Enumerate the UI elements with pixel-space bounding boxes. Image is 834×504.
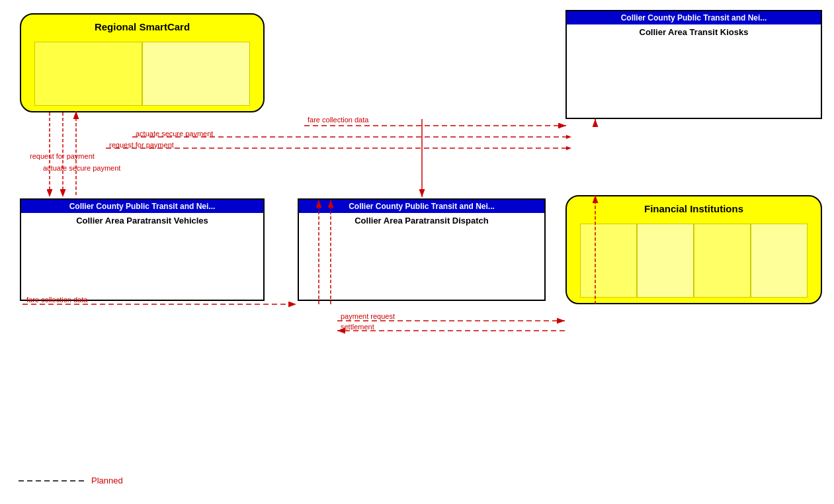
- financial-col-3: [694, 224, 751, 298]
- financial-institutions-title: Financial Institutions: [567, 196, 821, 218]
- paratransit-dispatch-subtitle: Collier Area Paratransit Dispatch: [299, 213, 544, 228]
- paratransit-dispatch-box: Collier County Public Transit and Nei...…: [298, 198, 546, 301]
- legend-label: Planned: [91, 476, 123, 485]
- svg-marker-8: [566, 146, 571, 150]
- label-actuate-secure-payment: actuate secure payment: [136, 130, 213, 138]
- label-request-for-payment2: request for payment: [30, 152, 95, 160]
- label-settlement: settlement: [341, 323, 374, 331]
- paratransit-vehicles-subtitle: Collier Area Paratransit Vehicles: [21, 213, 263, 228]
- regional-smartcard-inner: [34, 42, 250, 106]
- financial-col-2: [637, 224, 694, 298]
- label-fare-collection-top: fare collection data: [308, 116, 368, 124]
- financial-col-4: [751, 224, 808, 298]
- diagram-container: Regional SmartCard Collier County Public…: [0, 0, 834, 504]
- legend: Planned: [19, 476, 123, 485]
- paratransit-dispatch-header: Collier County Public Transit and Nei...: [299, 200, 544, 213]
- label-fare-collection-bottom: fare collection data: [26, 296, 87, 304]
- svg-marker-6: [566, 135, 571, 139]
- legend-line: [19, 477, 85, 485]
- label-actuate-secure-payment2: actuate secure payment: [43, 164, 120, 172]
- smartcard-col-2: [142, 42, 250, 106]
- transit-kiosks-header: Collier County Public Transit and Nei...: [567, 11, 821, 24]
- paratransit-vehicles-header: Collier County Public Transit and Nei...: [21, 200, 263, 213]
- smartcard-col-1: [34, 42, 142, 106]
- financial-col-1: [580, 224, 637, 298]
- legend-dashes-icon: [19, 477, 85, 485]
- transit-kiosks-subtitle: Collier Area Transit Kiosks: [567, 24, 821, 40]
- transit-kiosks-box: Collier County Public Transit and Nei...…: [565, 10, 822, 119]
- financial-inner: [580, 224, 808, 298]
- label-request-for-payment: request for payment: [109, 141, 174, 149]
- regional-smartcard-box: Regional SmartCard: [20, 13, 265, 112]
- label-payment-request: payment request: [341, 312, 395, 320]
- regional-smartcard-title: Regional SmartCard: [21, 15, 263, 36]
- financial-institutions-box: Financial Institutions: [565, 195, 822, 304]
- paratransit-vehicles-box: Collier County Public Transit and Nei...…: [20, 198, 265, 301]
